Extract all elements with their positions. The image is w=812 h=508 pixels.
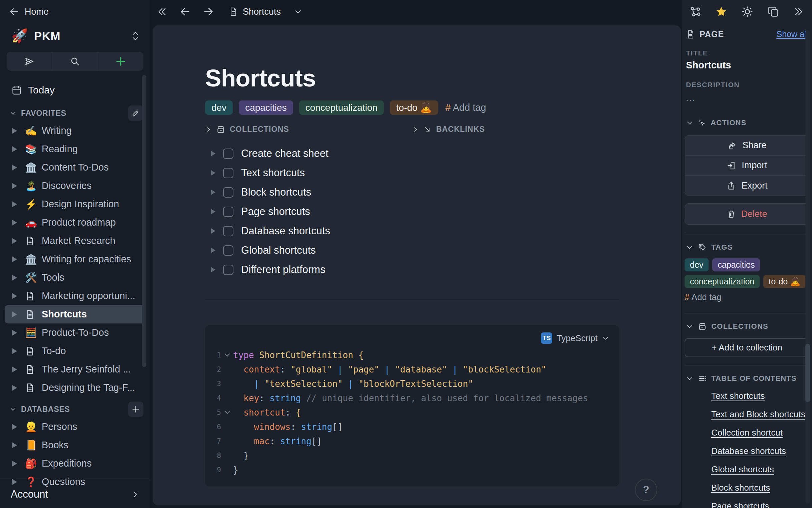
checkbox[interactable]: [223, 187, 233, 198]
sidebar-item-shortcuts[interactable]: Shortcuts: [5, 305, 145, 324]
checklist-item-label[interactable]: Create cheat sheet: [241, 147, 329, 160]
description-field-value[interactable]: ...: [686, 93, 808, 103]
tag-pill[interactable]: conceptualization: [299, 100, 384, 115]
actions-section-header[interactable]: ACTIONS: [686, 119, 808, 127]
code-text[interactable]: key: string // unique identifier, also u…: [233, 393, 588, 403]
sidebar-item-reading[interactable]: 📚Reading: [0, 140, 150, 158]
checklist-item-label[interactable]: Page shortcuts: [241, 206, 310, 218]
collapse-sidebar-icon[interactable]: [157, 6, 168, 17]
tag-pill[interactable]: to-do 🙇: [763, 275, 806, 288]
tag-pill[interactable]: capacities: [712, 258, 760, 271]
checkbox[interactable]: [223, 265, 233, 275]
export-button[interactable]: Export: [685, 176, 809, 196]
checkbox[interactable]: [223, 149, 233, 159]
nav-forward-icon[interactable]: [203, 6, 214, 17]
quick-capture-button[interactable]: [7, 52, 52, 71]
add-tag-button[interactable]: # Add tag: [685, 292, 809, 302]
chevron-down-icon[interactable]: [294, 8, 302, 16]
edit-favorites-button[interactable]: [128, 105, 143, 121]
expand-triangle-icon[interactable]: [211, 248, 216, 253]
toc-link[interactable]: Block shortcuts: [711, 482, 808, 493]
collections-toggle[interactable]: COLLECTIONS: [205, 125, 412, 134]
code-text[interactable]: }: [233, 465, 238, 475]
sidebar-item-books[interactable]: 📙Books: [0, 436, 150, 454]
sidebar-item-to-do[interactable]: To-do: [0, 342, 150, 360]
backlinks-toggle[interactable]: BACKLINKS: [412, 125, 619, 134]
checklist-item-label[interactable]: Block shortcuts: [241, 186, 311, 198]
expand-triangle-icon[interactable]: [211, 228, 216, 234]
toc-link[interactable]: Global shortcuts: [711, 464, 808, 475]
favorite-star-icon[interactable]: [715, 6, 727, 18]
add-tag-button[interactable]: # Add tag: [445, 102, 486, 113]
sidebar-item-design-inspiration[interactable]: ⚡Design Inspiration: [0, 195, 150, 213]
add-database-button[interactable]: [128, 401, 143, 417]
search-button[interactable]: [52, 52, 98, 71]
checkbox[interactable]: [223, 245, 233, 256]
code-text[interactable]: mac: string[]: [233, 436, 322, 446]
code-language-select[interactable]: TypeScript: [557, 333, 598, 343]
code-text[interactable]: }: [233, 451, 249, 461]
code-text[interactable]: | "textSelection" | "blockOrTextSelectio…: [233, 379, 473, 389]
checklist-item-label[interactable]: Global shortcuts: [241, 244, 316, 256]
toc-link[interactable]: Database shortcuts: [711, 446, 808, 456]
right-panel-scrollbar-track[interactable]: [805, 30, 810, 504]
sidebar-item-content-to-dos[interactable]: 🏛️Content To-Dos: [0, 158, 150, 177]
sidebar-item-designing-the-tag-f[interactable]: Designing the Tag-F...: [0, 379, 150, 397]
workspace-switcher[interactable]: 🚀 PKM: [0, 24, 150, 44]
sidebar-item-tools[interactable]: 🛠️Tools: [0, 268, 150, 287]
expand-triangle-icon[interactable]: [211, 209, 216, 214]
favorites-section-header[interactable]: FAVORITES: [0, 105, 150, 122]
account-button[interactable]: Account: [0, 480, 150, 508]
sidebar-scrollbar[interactable]: [142, 75, 146, 367]
share-button[interactable]: Share: [685, 135, 809, 156]
expand-triangle-icon[interactable]: [211, 189, 216, 195]
tag-pill[interactable]: capacities: [239, 100, 293, 115]
expand-panel-icon[interactable]: [793, 6, 804, 17]
right-panel-scrollbar-thumb[interactable]: [805, 344, 810, 402]
tag-pill[interactable]: conceptualization: [685, 275, 760, 288]
checklist-item-label[interactable]: Text shortcuts: [241, 167, 305, 179]
delete-button[interactable]: Delete: [685, 203, 809, 225]
title-field-value[interactable]: Shortcuts: [686, 60, 808, 71]
theme-sun-icon[interactable]: [741, 6, 753, 18]
sidebar-item-product-roadmap[interactable]: 🚗Product roadmap: [0, 213, 150, 231]
sidebar-item-persons[interactable]: 👱Persons: [0, 418, 150, 436]
toc-link[interactable]: Text shortcuts: [711, 391, 808, 401]
toc-link[interactable]: Text and Block shortcuts: [711, 409, 808, 420]
duplicate-window-icon[interactable]: [767, 6, 779, 18]
checklist-item-label[interactable]: Different platforms: [241, 264, 326, 276]
breadcrumb[interactable]: Shortcuts: [229, 7, 302, 17]
graph-view-icon[interactable]: [689, 6, 701, 18]
sidebar-item-the-jerry-seinfold[interactable]: The Jerry Seinfold ...: [0, 360, 150, 379]
show-all-link[interactable]: Show all: [777, 29, 808, 39]
toc-section-header[interactable]: TABLE OF CONTENTS: [686, 374, 808, 383]
sidebar-item-writing-for-capacities[interactable]: 🏛️Writing for capacities: [0, 250, 150, 268]
databases-section-header[interactable]: DATABASES: [0, 401, 150, 418]
toc-link[interactable]: Page shortcuts: [711, 501, 808, 508]
tag-pill[interactable]: to-do 🙇: [390, 100, 438, 115]
new-object-button[interactable]: [98, 52, 143, 71]
sidebar-item-marketing-opportuni[interactable]: Marketing opportuni...: [0, 287, 150, 305]
chevron-down-icon[interactable]: [602, 334, 609, 342]
code-lines[interactable]: 1type ShortCutDefinition {2 context: "gl…: [205, 348, 619, 477]
tag-pill[interactable]: dev: [205, 100, 233, 115]
nav-back-icon[interactable]: [179, 6, 191, 17]
checklist-item-label[interactable]: Database shortcuts: [241, 225, 330, 237]
tags-section-header[interactable]: TAGS: [686, 243, 808, 252]
home-button[interactable]: Home: [0, 0, 150, 24]
checkbox[interactable]: [223, 207, 233, 217]
sidebar-item-product-to-dos[interactable]: 🧮Product-To-Dos: [0, 324, 150, 342]
import-button[interactable]: Import: [685, 156, 809, 176]
expand-triangle-icon[interactable]: [211, 170, 216, 176]
code-text[interactable]: context: "global" | "page" | "database" …: [233, 365, 546, 375]
code-text[interactable]: type ShortCutDefinition {: [233, 350, 364, 360]
fold-gutter[interactable]: [221, 412, 233, 413]
add-to-collection-button[interactable]: + Add to collection: [685, 338, 809, 357]
help-button[interactable]: ?: [635, 479, 657, 501]
fold-gutter[interactable]: [221, 354, 233, 356]
checkbox[interactable]: [223, 226, 233, 236]
toc-link[interactable]: Collection shortcut: [711, 428, 808, 438]
code-text[interactable]: shortcut: {: [233, 408, 301, 418]
expand-triangle-icon[interactable]: [211, 151, 216, 156]
sidebar-item-today[interactable]: Today: [0, 81, 150, 99]
